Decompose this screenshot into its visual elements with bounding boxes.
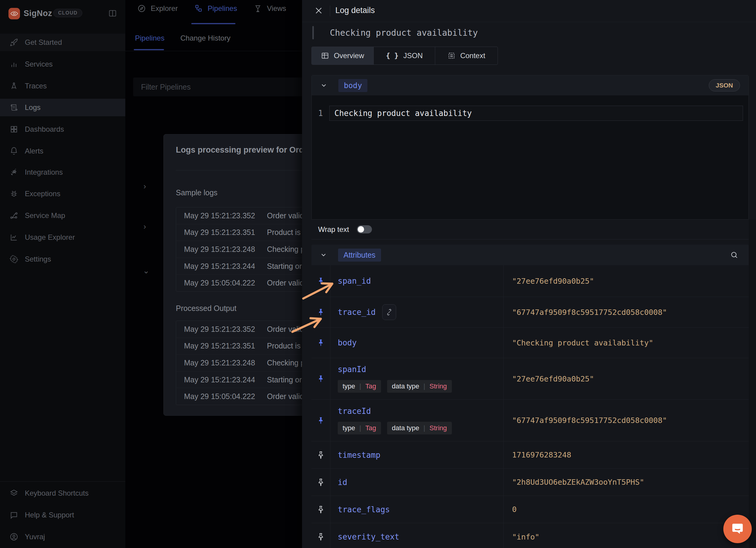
tab-label: Explorer	[151, 4, 178, 13]
sidebar-item-integrations[interactable]: Integrations	[0, 163, 125, 181]
attribute-key: severity_text	[338, 532, 503, 541]
attribute-row-timestamp[interactable]: timestamp 1716976283248	[311, 441, 749, 469]
sidebar-item-label: Logs	[25, 103, 41, 112]
signoz-logo-icon[interactable]	[8, 8, 20, 19]
sidebar-item-label: Usage Explorer	[25, 233, 75, 241]
sidebar-item-alerts[interactable]: Alerts	[0, 142, 125, 160]
rocket-icon	[10, 38, 18, 47]
sidebar-item-label: Dashboards	[25, 125, 64, 133]
body-section-header[interactable]: body JSON	[312, 75, 748, 95]
log-time: May 29 15:21:23.351	[184, 228, 259, 237]
processed-output-label: Processed Output	[176, 304, 236, 313]
wrap-text-toggle[interactable]	[357, 225, 372, 233]
attribute-value: "67747af9509f8c59517752cd058c0008"	[512, 416, 667, 425]
subtab-active-underline	[134, 49, 164, 50]
collapse-sidebar-icon[interactable]	[108, 9, 117, 18]
bell-icon	[10, 147, 18, 155]
pin-icon[interactable]	[317, 277, 325, 285]
sidebar-item-logs[interactable]: Logs	[0, 99, 125, 116]
tab-context[interactable]: Context	[435, 47, 498, 64]
type-chip: type|Tag	[338, 380, 381, 393]
json-format-badge[interactable]: JSON	[709, 79, 740, 91]
body-section: body JSON 1 Checking product availabilit…	[311, 75, 749, 219]
pin-outline-icon[interactable]	[317, 506, 325, 514]
trace-link-icon[interactable]	[382, 304, 396, 320]
subtab-change-history[interactable]: Change History	[180, 34, 230, 42]
brand-name: SigNoz	[24, 9, 52, 18]
type-chip: type|Tag	[338, 422, 381, 435]
sidebar-item-traces[interactable]: Traces	[0, 77, 125, 95]
tab-json[interactable]: { } JSON	[374, 47, 435, 64]
cloud-badge: CLOUD	[53, 9, 82, 17]
tab-explorer[interactable]: Explorer	[137, 4, 178, 13]
tab-label: Context	[460, 51, 485, 60]
attribute-row-traceid[interactable]: traceId type|Tag data type|String "67747…	[311, 400, 749, 441]
attribute-row-trace-flags[interactable]: trace_flags 0	[311, 496, 749, 523]
sidebar-divider	[0, 481, 125, 482]
row-expand-chevron-icon[interactable]: ›	[143, 222, 146, 231]
sidebar-item-usage-explorer[interactable]: Usage Explorer	[0, 228, 125, 246]
chat-launcher-button[interactable]	[723, 515, 752, 543]
pin-icon[interactable]	[317, 375, 325, 383]
sidebar-item-dashboards[interactable]: Dashboards	[0, 120, 125, 138]
sidebar-item-label: Service Map	[25, 211, 65, 220]
attribute-row-body[interactable]: body "Checking product availability"	[311, 328, 749, 358]
nodes-icon	[10, 211, 18, 220]
pin-outline-icon[interactable]	[317, 533, 325, 541]
attributes-chip: Attributes	[338, 248, 381, 261]
code-line[interactable]: 1 Checking product availability	[312, 106, 748, 121]
sidebar-item-label: Yuvraj	[25, 533, 45, 541]
detail-tabs: Overview { } JSON Context	[311, 47, 498, 65]
attribute-row-spanid[interactable]: spanId type|Tag data type|String "27ee76…	[311, 358, 749, 400]
sidebar-item-label: Exceptions	[25, 189, 60, 198]
pin-icon[interactable]	[317, 308, 325, 316]
sidebar-item-settings[interactable]: Settings	[0, 250, 125, 268]
tab-label: Overview	[334, 51, 364, 60]
wrap-text-label: Wrap text	[318, 225, 349, 234]
views-icon	[254, 4, 262, 13]
tab-pipelines[interactable]: Pipelines	[194, 4, 237, 13]
sidebar-item-keyboard-shortcuts[interactable]: Keyboard Shortcuts	[0, 484, 125, 502]
drawer-scroll-gutter[interactable]	[749, 219, 756, 548]
sidebar-item-help-support[interactable]: Help & Support	[0, 506, 125, 524]
attribute-key: id	[338, 478, 503, 487]
attribute-row-span-id[interactable]: span_id "27ee76efd90a0b25"	[311, 265, 749, 297]
pin-icon[interactable]	[317, 339, 325, 347]
tab-views[interactable]: Views	[254, 4, 286, 13]
sidebar-item-user[interactable]: Yuvraj	[0, 528, 125, 546]
sidebar-item-exceptions[interactable]: Exceptions	[0, 185, 125, 202]
search-icon[interactable]	[730, 251, 738, 259]
log-title-accent-bar	[312, 26, 314, 39]
attribute-row-trace-id[interactable]: trace_id "67747af9509f8c59517752cd058c00…	[311, 297, 749, 328]
close-icon[interactable]	[314, 6, 323, 15]
sidebar-item-service-map[interactable]: Service Map	[0, 207, 125, 224]
sidebar-item-services[interactable]: Services	[0, 55, 125, 73]
attributes-section-header[interactable]: Attributes	[311, 244, 749, 265]
sidebar-item-get-started[interactable]: Get Started	[0, 34, 125, 51]
attribute-row-id[interactable]: id "2h8Ud3UO6ebZEkAZW3ooYnT5PHS"	[311, 469, 749, 496]
message-icon	[10, 511, 18, 519]
wrap-text-row: Wrap text	[311, 219, 749, 239]
attribute-value: "Checking product availability"	[512, 339, 653, 347]
braces-icon: { }	[386, 52, 399, 60]
subtab-pipelines[interactable]: Pipelines	[135, 34, 164, 42]
toggle-knob	[358, 226, 364, 232]
sidebar: SigNoz CLOUD Get Started Services Traces…	[0, 0, 126, 548]
pin-outline-icon[interactable]	[317, 478, 325, 486]
chevron-down-icon[interactable]	[320, 251, 327, 258]
pin-icon[interactable]	[317, 417, 325, 425]
log-time: May 29 15:21:23.351	[184, 342, 259, 350]
sidebar-item-label: Settings	[25, 255, 51, 263]
row-expand-chevron-icon[interactable]: ›	[143, 182, 146, 191]
chart-icon	[10, 233, 18, 241]
attribute-row-severity-text[interactable]: severity_text "info"	[311, 523, 749, 548]
pin-outline-icon[interactable]	[317, 451, 325, 459]
attribute-key: timestamp	[338, 451, 503, 460]
attribute-key: traceId	[338, 407, 503, 416]
row-collapse-chevron-icon[interactable]: ⌄	[143, 266, 150, 276]
attribute-value: "2h8Ud3UO6ebZEkAZW3ooYnT5PHS"	[512, 478, 644, 487]
data-type-chip: data type|String	[387, 380, 452, 393]
log-time: May 29 15:21:23.248	[184, 245, 259, 254]
chevron-down-icon[interactable]	[320, 82, 327, 89]
tab-overview[interactable]: Overview	[312, 47, 374, 64]
